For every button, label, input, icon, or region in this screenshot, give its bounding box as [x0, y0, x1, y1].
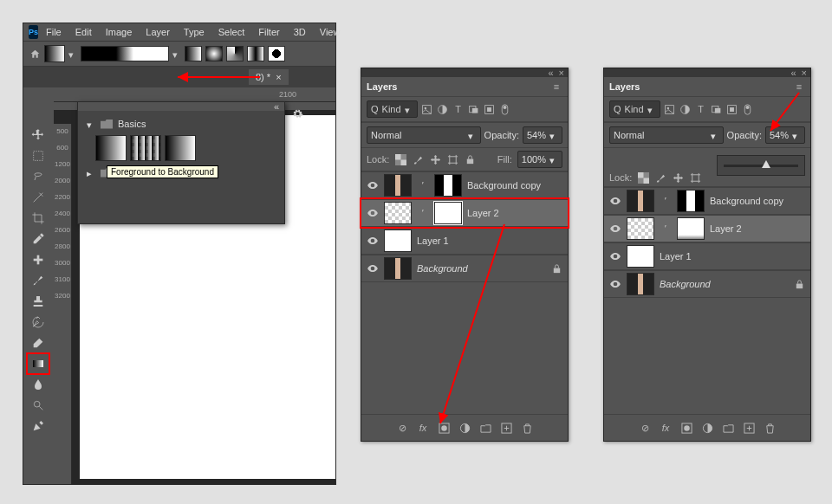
visibility-icon[interactable]	[609, 195, 621, 207]
lock-position-icon[interactable]	[672, 171, 684, 184]
opacity-input[interactable]: 54% ▾	[523, 126, 562, 144]
filter-adjust-icon[interactable]	[437, 103, 449, 115]
add-mask-icon[interactable]	[438, 422, 450, 434]
new-layer-icon[interactable]	[500, 422, 512, 434]
stamp-tool[interactable]	[28, 292, 49, 311]
visibility-icon[interactable]	[609, 250, 621, 262]
collapse-icon[interactable]: «	[548, 68, 553, 78]
brush-tool[interactable]	[28, 271, 49, 290]
menu-type[interactable]: Type	[178, 25, 211, 39]
layer-row-background[interactable]: Background	[604, 270, 810, 298]
menu-3d[interactable]: 3D	[288, 25, 312, 39]
blend-mode-select[interactable]: Normal ▾	[367, 126, 481, 144]
add-mask-icon[interactable]	[680, 422, 692, 434]
eyedropper-tool[interactable]	[28, 229, 49, 249]
new-layer-icon[interactable]	[743, 422, 755, 434]
lasso-tool[interactable]	[28, 167, 49, 186]
visibility-icon[interactable]	[367, 207, 379, 219]
home-icon[interactable]	[29, 48, 41, 60]
link-layers-icon[interactable]: ⊘	[639, 422, 651, 434]
lock-artboard-icon[interactable]	[689, 171, 701, 184]
layer-name[interactable]: Background	[660, 279, 711, 289]
layer-row-background[interactable]: Background	[361, 255, 568, 282]
menu-file[interactable]: File	[40, 25, 68, 39]
gradient-tool[interactable]	[28, 354, 49, 373]
eraser-tool[interactable]	[28, 333, 49, 352]
layer-row-background-copy[interactable]: ՚ Background copy	[604, 187, 810, 215]
slider-thumb[interactable]	[762, 160, 770, 168]
layer-name[interactable]: Layer 2	[710, 223, 742, 234]
fx-icon[interactable]: fx	[417, 422, 429, 434]
panel-tab[interactable]: Layers ≡	[361, 77, 568, 96]
panel-tab[interactable]: Layers ≡	[604, 77, 810, 96]
fx-icon[interactable]: fx	[660, 422, 672, 434]
opacity-input[interactable]: 54% ▾	[765, 126, 805, 144]
filter-pixel-icon[interactable]	[664, 103, 676, 115]
menu-image[interactable]: Image	[100, 25, 139, 39]
close-icon[interactable]: ×	[802, 68, 807, 78]
layer-row-layer1[interactable]: Layer 1	[361, 227, 568, 255]
menu-view[interactable]: View	[314, 25, 347, 39]
layer-name[interactable]: Background copy	[710, 196, 783, 206]
group-icon[interactable]	[722, 422, 734, 434]
lock-artboard-icon[interactable]	[446, 153, 458, 165]
popup-grip[interactable]: «	[78, 102, 284, 111]
layer-filter-kind[interactable]: Q Kind ▾	[609, 100, 660, 118]
gradient-linear-icon[interactable]	[185, 46, 202, 61]
gradient-diamond-icon[interactable]	[268, 46, 285, 61]
lock-paint-icon[interactable]	[412, 153, 424, 165]
filter-adjust-icon[interactable]	[679, 103, 692, 115]
blur-tool[interactable]	[28, 375, 49, 394]
lock-all-icon[interactable]	[464, 153, 476, 165]
marquee-tool[interactable]	[28, 146, 49, 165]
history-brush-tool[interactable]	[28, 313, 49, 332]
gradient-thumb-fg-transparent[interactable]	[130, 135, 161, 161]
wand-tool[interactable]	[28, 188, 49, 207]
gradient-angle-icon[interactable]	[226, 46, 244, 61]
visibility-icon[interactable]	[609, 278, 621, 290]
layer-row-layer2[interactable]: ՚ Layer 2	[361, 199, 568, 227]
group-icon[interactable]	[479, 422, 491, 434]
layer-name[interactable]: Background copy	[467, 180, 541, 191]
visibility-icon[interactable]	[609, 223, 621, 235]
visibility-icon[interactable]	[367, 235, 379, 247]
blend-mode-select[interactable]: Normal ▾	[609, 126, 724, 144]
gradient-radial-icon[interactable]	[205, 46, 223, 61]
layer-row-background-copy[interactable]: ՚ Background copy	[361, 171, 568, 199]
menu-layer[interactable]: Layer	[140, 25, 176, 39]
delete-icon[interactable]	[764, 422, 776, 434]
layer-name[interactable]: Layer 1	[660, 251, 692, 262]
gradient-thumb-bw[interactable]	[165, 135, 196, 161]
menu-filter[interactable]: Filter	[252, 25, 285, 39]
adjustment-layer-icon[interactable]	[701, 422, 713, 434]
gradient-thumb-fg-bg[interactable]	[95, 135, 127, 161]
gradient-preview[interactable]	[81, 46, 169, 61]
panel-grip[interactable]: «×	[604, 68, 810, 77]
lock-transparent-icon[interactable]	[394, 153, 406, 165]
close-icon[interactable]: ×	[276, 72, 281, 82]
lock-transparent-icon[interactable]	[637, 171, 649, 184]
filter-toggle-icon[interactable]	[742, 103, 754, 115]
filter-type-icon[interactable]: T	[452, 103, 465, 115]
close-icon[interactable]: ×	[559, 68, 564, 78]
menu-edit[interactable]: Edit	[69, 25, 98, 39]
layer-row-layer1[interactable]: Layer 1	[604, 242, 810, 270]
filter-type-icon[interactable]: T	[695, 103, 707, 115]
layer-name[interactable]: Layer 1	[417, 236, 449, 246]
gradient-swatch[interactable]	[44, 45, 65, 62]
adjustment-layer-icon[interactable]	[458, 422, 471, 434]
pen-tool[interactable]	[28, 417, 49, 436]
filter-shape-icon[interactable]	[468, 103, 480, 115]
move-tool[interactable]	[28, 126, 49, 145]
opacity-slider[interactable]	[717, 155, 805, 176]
document-tab[interactable]: 8) * ×	[249, 69, 289, 85]
filter-pixel-icon[interactable]	[421, 103, 433, 115]
visibility-icon[interactable]	[367, 179, 379, 191]
link-layers-icon[interactable]: ⊘	[396, 422, 408, 434]
lock-paint-icon[interactable]	[654, 171, 666, 184]
panel-grip[interactable]: «×	[361, 68, 568, 77]
layer-name[interactable]: Background	[417, 263, 468, 274]
menu-select[interactable]: Select	[212, 25, 251, 39]
fill-input[interactable]: 100%▾	[517, 151, 562, 168]
panel-menu-icon[interactable]: ≡	[793, 81, 805, 93]
